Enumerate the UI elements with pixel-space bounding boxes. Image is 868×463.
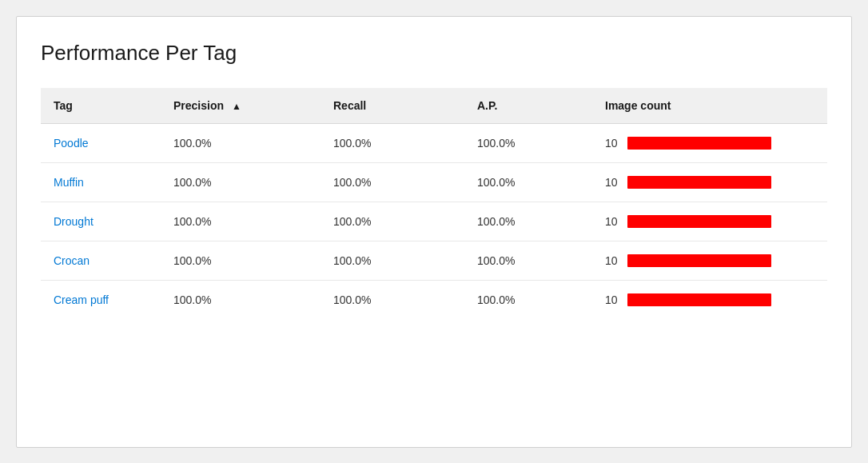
ap-cell: 100.0% [464,202,592,241]
recall-cell: 100.0% [321,202,464,241]
image-count-number: 10 [605,254,619,267]
tag-cell[interactable]: Crocan [41,241,161,280]
performance-table: Tag Precision ▲ Recall A.P. Image count … [41,88,827,319]
recall-cell: 100.0% [321,241,464,280]
tag-cell[interactable]: Drought [41,202,161,241]
table-header: Tag Precision ▲ Recall A.P. Image count [41,88,827,124]
precision-cell: 100.0% [161,202,321,241]
ap-cell: 100.0% [464,280,592,319]
tag-cell[interactable]: Poodle [41,123,161,162]
imagecount-cell: 10 [592,202,827,241]
col-header-recall-label: Recall [333,99,366,112]
image-count-bar [627,293,771,306]
col-header-recall: Recall [321,88,464,124]
image-count-bar [627,176,771,189]
table-row: Cream puff100.0%100.0%100.0%10 [41,280,827,319]
image-count-number: 10 [605,176,619,189]
col-header-tag-label: Tag [54,99,73,112]
ap-cell: 100.0% [464,241,592,280]
precision-sort-icon: ▲ [232,101,241,112]
image-count-number: 10 [605,137,619,150]
ap-cell: 100.0% [464,162,592,202]
page-title: Performance Per Tag [41,41,827,66]
image-count-number: 10 [605,293,619,306]
imagecount-cell: 10 [592,123,827,162]
imagecount-cell: 10 [592,280,827,319]
table-row: Muffin100.0%100.0%100.0%10 [41,162,827,202]
tag-cell[interactable]: Muffin [41,162,161,202]
imagecount-cell: 10 [592,162,827,202]
col-header-ap: A.P. [464,88,592,124]
table-row: Crocan100.0%100.0%100.0%10 [41,241,827,280]
image-count-bar-container [627,293,771,306]
col-header-imagecount-label: Image count [605,99,671,112]
table-row: Poodle100.0%100.0%100.0%10 [41,123,827,162]
col-header-precision-label: Precision [173,99,224,112]
col-header-precision[interactable]: Precision ▲ [161,88,321,124]
header-row: Tag Precision ▲ Recall A.P. Image count [41,88,827,124]
col-header-imagecount: Image count [592,88,827,124]
table-body: Poodle100.0%100.0%100.0%10Muffin100.0%10… [41,123,827,319]
precision-cell: 100.0% [161,241,321,280]
precision-cell: 100.0% [161,123,321,162]
recall-cell: 100.0% [321,123,464,162]
col-header-ap-label: A.P. [477,99,497,112]
image-count-bar-container [627,215,771,228]
performance-card: Performance Per Tag Tag Precision ▲ Reca… [16,16,852,448]
tag-cell[interactable]: Cream puff [41,280,161,319]
image-count-bar [627,215,771,228]
image-count-bar-container [627,254,771,267]
image-count-number: 10 [605,215,619,228]
imagecount-cell: 10 [592,241,827,280]
recall-cell: 100.0% [321,280,464,319]
table-row: Drought100.0%100.0%100.0%10 [41,202,827,241]
precision-cell: 100.0% [161,280,321,319]
precision-cell: 100.0% [161,162,321,202]
image-count-bar [627,137,771,150]
ap-cell: 100.0% [464,123,592,162]
recall-cell: 100.0% [321,162,464,202]
col-header-tag: Tag [41,88,161,124]
image-count-bar-container [627,176,771,189]
image-count-bar-container [627,137,771,150]
image-count-bar [627,254,771,267]
